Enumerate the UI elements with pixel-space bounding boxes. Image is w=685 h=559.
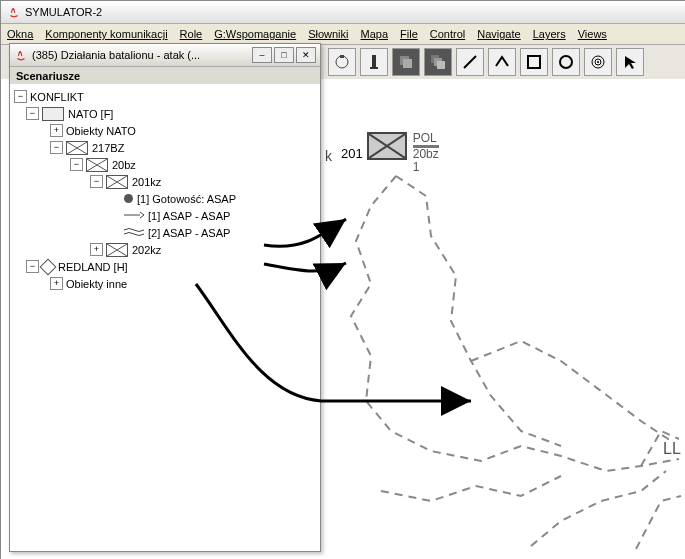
unit-bot: 1 — [413, 161, 439, 174]
unit-icon — [106, 243, 128, 257]
svg-line-9 — [464, 56, 476, 68]
menu-layers[interactable]: Layers — [527, 28, 572, 40]
menu-file[interactable]: File — [394, 28, 424, 40]
collapse-icon[interactable]: − — [26, 107, 39, 120]
minimize-button[interactable]: – — [252, 47, 272, 63]
svg-rect-10 — [528, 56, 540, 68]
tree-nato[interactable]: − NATO [F] — [12, 105, 318, 122]
svg-rect-2 — [372, 55, 376, 67]
maximize-button[interactable]: □ — [274, 47, 294, 63]
tree-201kz[interactable]: − 201kz — [12, 173, 318, 190]
tree-217bz[interactable]: − 217BZ — [12, 139, 318, 156]
collapse-icon[interactable]: − — [50, 141, 63, 154]
map-unit-201[interactable]: 201 POL 20bz 1 — [341, 132, 439, 174]
menubar: Okna Komponenty komunikacji Role G:Wspom… — [1, 24, 685, 45]
status-dot-icon — [124, 194, 133, 203]
scenario-tree[interactable]: − KONFLIKT − NATO [F] + Obiekty NATO − 2… — [10, 84, 320, 551]
expand-icon[interactable]: + — [90, 243, 103, 256]
menu-views[interactable]: Views — [572, 28, 613, 40]
menu-role[interactable]: Role — [174, 28, 209, 40]
scenario-titlebar[interactable]: (385) Działania batalionu - atak (... – … — [10, 44, 320, 67]
tool-roof[interactable] — [488, 48, 516, 76]
tree-asap1[interactable]: [1] ASAP - ASAP — [12, 207, 318, 224]
tool-cursor[interactable] — [616, 48, 644, 76]
scenario-window[interactable]: (385) Działania batalionu - atak (... – … — [9, 43, 321, 552]
tree-root[interactable]: − KONFLIKT — [12, 88, 318, 105]
main-title: SYMULATOR-2 — [25, 6, 102, 18]
tree-202kz[interactable]: + 202kz — [12, 241, 318, 258]
unit-left-label: 201 — [341, 146, 363, 161]
collapse-icon[interactable]: − — [70, 158, 83, 171]
collapse-icon[interactable]: − — [26, 260, 39, 273]
tree-asap2[interactable]: [2] ASAP - ASAP — [12, 224, 318, 241]
svg-rect-8 — [437, 61, 445, 69]
menu-navigate[interactable]: Navigate — [471, 28, 526, 40]
tool-line[interactable] — [456, 48, 484, 76]
svg-rect-5 — [403, 59, 412, 68]
map-trunc-label: k — [325, 148, 332, 164]
close-button[interactable]: ✕ — [296, 47, 316, 63]
hostile-icon — [40, 258, 57, 275]
menu-mapa[interactable]: Mapa — [355, 28, 395, 40]
collapse-icon[interactable]: − — [90, 175, 103, 188]
unit-icon — [66, 141, 88, 155]
task-arrow-icon — [124, 227, 144, 239]
expand-icon[interactable]: + — [50, 277, 63, 290]
tool-stack1[interactable] — [392, 48, 420, 76]
svg-point-14 — [597, 61, 599, 63]
menu-komponenty[interactable]: Komponenty komunikacji — [39, 28, 173, 40]
tool-circle[interactable] — [552, 48, 580, 76]
expand-icon[interactable]: + — [50, 124, 63, 137]
collapse-icon[interactable]: − — [14, 90, 27, 103]
tree-other[interactable]: + Obiekty inne — [12, 275, 318, 292]
menu-control[interactable]: Control — [424, 28, 471, 40]
tree-nato-obj[interactable]: + Obiekty NATO — [12, 122, 318, 139]
java-icon — [7, 5, 21, 19]
tool-square[interactable] — [520, 48, 548, 76]
tool-decal[interactable] — [328, 48, 356, 76]
svg-point-11 — [560, 56, 572, 68]
unit-mid: 20bz — [413, 145, 439, 161]
menu-wspomaganie[interactable]: G:Wspomaganie — [208, 28, 302, 40]
svg-rect-1 — [340, 55, 344, 58]
tool-target[interactable] — [584, 48, 612, 76]
menu-okna[interactable]: Okna — [1, 28, 39, 40]
unit-icon — [106, 175, 128, 189]
menu-slowniki[interactable]: Słowniki — [302, 28, 354, 40]
tree-20bz[interactable]: − 20bz — [12, 156, 318, 173]
java-icon — [14, 48, 28, 62]
tool-stack2[interactable] — [424, 48, 452, 76]
map-cut-label: LL — [663, 440, 681, 458]
unit-icon — [42, 107, 64, 121]
unit-icon — [86, 158, 108, 172]
task-arrow-icon — [124, 210, 144, 222]
main-titlebar: SYMULATOR-2 — [1, 1, 685, 24]
scenario-title: (385) Działania batalionu - atak (... — [32, 49, 250, 61]
unit-country: POL — [413, 132, 439, 145]
tree-ready[interactable]: [1] Gotowość: ASAP — [12, 190, 318, 207]
tool-marker[interactable] — [360, 48, 388, 76]
unit-right-labels: POL 20bz 1 — [413, 132, 439, 174]
svg-rect-3 — [370, 67, 378, 69]
tree-redland[interactable]: − REDLAND [H] — [12, 258, 318, 275]
unit-symbol-icon — [367, 132, 407, 160]
